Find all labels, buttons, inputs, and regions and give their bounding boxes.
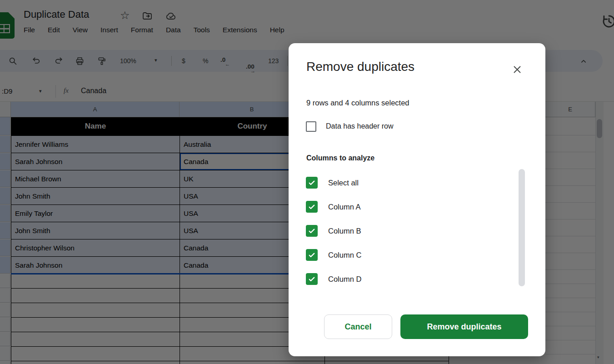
- checkbox-label[interactable]: Column B: [328, 227, 361, 235]
- checkbox-row-select-all[interactable]: Select all: [306, 177, 359, 189]
- selection-summary: 9 rows and 4 columns selected: [306, 99, 409, 107]
- checkbox-row-column-a[interactable]: Column A: [306, 201, 361, 213]
- remove-duplicates-dialog: Remove duplicates 9 rows and 4 columns s…: [289, 43, 545, 356]
- checkbox-checked-icon[interactable]: [306, 225, 318, 237]
- dialog-scrollbar-thumb[interactable]: [519, 169, 525, 286]
- header-row-checkbox[interactable]: [306, 121, 316, 132]
- header-row-checkbox-label[interactable]: Data has header row: [326, 122, 394, 130]
- checkbox-checked-icon[interactable]: [306, 177, 318, 189]
- checkbox-label[interactable]: Column A: [328, 203, 361, 211]
- checkbox-label[interactable]: Column C: [328, 251, 361, 259]
- dialog-title: Remove duplicates: [306, 60, 414, 74]
- checkbox-row-column-b[interactable]: Column B: [306, 225, 361, 237]
- close-icon[interactable]: [511, 64, 523, 75]
- cancel-button[interactable]: Cancel: [324, 314, 392, 339]
- checkbox-row-column-d[interactable]: Column D: [306, 273, 361, 285]
- checkbox-checked-icon[interactable]: [306, 249, 318, 261]
- checkbox-row-column-c[interactable]: Column C: [306, 249, 361, 261]
- checkbox-label[interactable]: Column D: [328, 275, 361, 284]
- checkbox-label[interactable]: Select all: [328, 179, 359, 187]
- remove-duplicates-button[interactable]: Remove duplicates: [400, 314, 528, 339]
- checkbox-checked-icon[interactable]: [306, 273, 318, 285]
- checkbox-checked-icon[interactable]: [306, 201, 318, 213]
- columns-to-analyze-heading: Columns to analyze: [306, 154, 374, 162]
